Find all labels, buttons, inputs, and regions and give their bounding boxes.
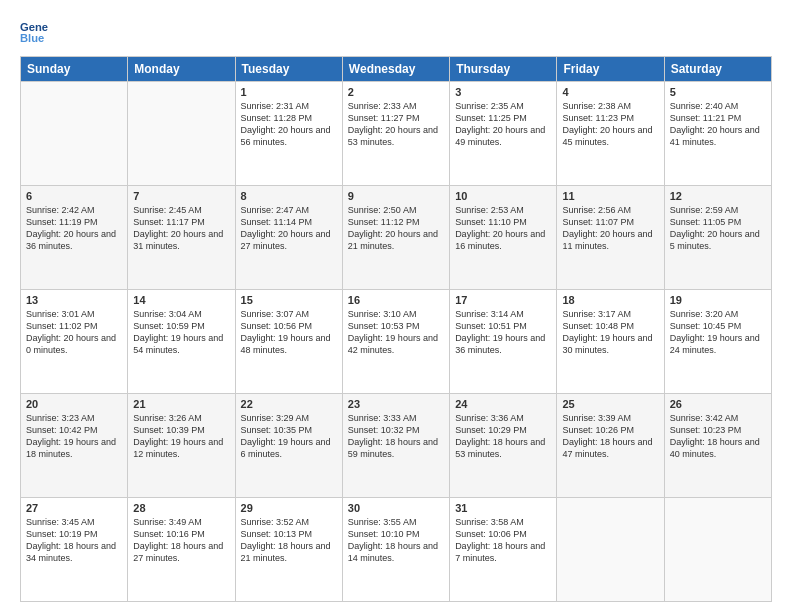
cell-info: Sunrise: 2:53 AMSunset: 11:10 PMDaylight… bbox=[455, 205, 545, 251]
day-number: 21 bbox=[133, 398, 229, 410]
cell-info: Sunrise: 3:29 AMSunset: 10:35 PMDaylight… bbox=[241, 413, 331, 459]
table-row: 9 Sunrise: 2:50 AMSunset: 11:12 PMDaylig… bbox=[342, 186, 449, 290]
day-number: 27 bbox=[26, 502, 122, 514]
cell-info: Sunrise: 3:23 AMSunset: 10:42 PMDaylight… bbox=[26, 413, 116, 459]
day-number: 20 bbox=[26, 398, 122, 410]
cell-info: Sunrise: 2:45 AMSunset: 11:17 PMDaylight… bbox=[133, 205, 223, 251]
table-row: 24 Sunrise: 3:36 AMSunset: 10:29 PMDayli… bbox=[450, 394, 557, 498]
day-number: 31 bbox=[455, 502, 551, 514]
table-row: 11 Sunrise: 2:56 AMSunset: 11:07 PMDayli… bbox=[557, 186, 664, 290]
table-row: 6 Sunrise: 2:42 AMSunset: 11:19 PMDaylig… bbox=[21, 186, 128, 290]
cell-info: Sunrise: 3:39 AMSunset: 10:26 PMDaylight… bbox=[562, 413, 652, 459]
cell-info: Sunrise: 2:47 AMSunset: 11:14 PMDaylight… bbox=[241, 205, 331, 251]
table-row: 7 Sunrise: 2:45 AMSunset: 11:17 PMDaylig… bbox=[128, 186, 235, 290]
cell-info: Sunrise: 3:17 AMSunset: 10:48 PMDaylight… bbox=[562, 309, 652, 355]
table-row: 28 Sunrise: 3:49 AMSunset: 10:16 PMDayli… bbox=[128, 498, 235, 602]
cell-info: Sunrise: 2:40 AMSunset: 11:21 PMDaylight… bbox=[670, 101, 760, 147]
table-row: 26 Sunrise: 3:42 AMSunset: 10:23 PMDayli… bbox=[664, 394, 771, 498]
cell-info: Sunrise: 3:07 AMSunset: 10:56 PMDaylight… bbox=[241, 309, 331, 355]
table-row: 30 Sunrise: 3:55 AMSunset: 10:10 PMDayli… bbox=[342, 498, 449, 602]
table-row: 23 Sunrise: 3:33 AMSunset: 10:32 PMDayli… bbox=[342, 394, 449, 498]
svg-text:Blue: Blue bbox=[20, 32, 44, 44]
table-row: 3 Sunrise: 2:35 AMSunset: 11:25 PMDaylig… bbox=[450, 82, 557, 186]
day-number: 22 bbox=[241, 398, 337, 410]
cell-info: Sunrise: 3:04 AMSunset: 10:59 PMDaylight… bbox=[133, 309, 223, 355]
table-row: 5 Sunrise: 2:40 AMSunset: 11:21 PMDaylig… bbox=[664, 82, 771, 186]
table-row: 1 Sunrise: 2:31 AMSunset: 11:28 PMDaylig… bbox=[235, 82, 342, 186]
cell-info: Sunrise: 3:45 AMSunset: 10:19 PMDaylight… bbox=[26, 517, 116, 563]
day-number: 10 bbox=[455, 190, 551, 202]
table-row: 19 Sunrise: 3:20 AMSunset: 10:45 PMDayli… bbox=[664, 290, 771, 394]
col-wednesday: Wednesday bbox=[342, 57, 449, 82]
day-number: 12 bbox=[670, 190, 766, 202]
col-tuesday: Tuesday bbox=[235, 57, 342, 82]
col-monday: Monday bbox=[128, 57, 235, 82]
cell-info: Sunrise: 3:14 AMSunset: 10:51 PMDaylight… bbox=[455, 309, 545, 355]
table-row: 29 Sunrise: 3:52 AMSunset: 10:13 PMDayli… bbox=[235, 498, 342, 602]
col-saturday: Saturday bbox=[664, 57, 771, 82]
cell-info: Sunrise: 2:59 AMSunset: 11:05 PMDaylight… bbox=[670, 205, 760, 251]
table-row bbox=[128, 82, 235, 186]
col-friday: Friday bbox=[557, 57, 664, 82]
day-number: 26 bbox=[670, 398, 766, 410]
day-number: 23 bbox=[348, 398, 444, 410]
day-number: 5 bbox=[670, 86, 766, 98]
cell-info: Sunrise: 2:56 AMSunset: 11:07 PMDaylight… bbox=[562, 205, 652, 251]
day-number: 11 bbox=[562, 190, 658, 202]
page-header: General Blue bbox=[20, 18, 772, 46]
table-row: 14 Sunrise: 3:04 AMSunset: 10:59 PMDayli… bbox=[128, 290, 235, 394]
table-row bbox=[21, 82, 128, 186]
table-row: 13 Sunrise: 3:01 AMSunset: 11:02 PMDayli… bbox=[21, 290, 128, 394]
cell-info: Sunrise: 3:58 AMSunset: 10:06 PMDaylight… bbox=[455, 517, 545, 563]
table-row bbox=[557, 498, 664, 602]
table-row: 27 Sunrise: 3:45 AMSunset: 10:19 PMDayli… bbox=[21, 498, 128, 602]
logo: General Blue bbox=[20, 18, 52, 46]
cell-info: Sunrise: 3:26 AMSunset: 10:39 PMDaylight… bbox=[133, 413, 223, 459]
col-sunday: Sunday bbox=[21, 57, 128, 82]
table-row: 15 Sunrise: 3:07 AMSunset: 10:56 PMDayli… bbox=[235, 290, 342, 394]
table-row: 25 Sunrise: 3:39 AMSunset: 10:26 PMDayli… bbox=[557, 394, 664, 498]
cell-info: Sunrise: 3:52 AMSunset: 10:13 PMDaylight… bbox=[241, 517, 331, 563]
table-row: 8 Sunrise: 2:47 AMSunset: 11:14 PMDaylig… bbox=[235, 186, 342, 290]
day-number: 15 bbox=[241, 294, 337, 306]
table-row: 18 Sunrise: 3:17 AMSunset: 10:48 PMDayli… bbox=[557, 290, 664, 394]
day-number: 1 bbox=[241, 86, 337, 98]
day-number: 30 bbox=[348, 502, 444, 514]
table-row: 12 Sunrise: 2:59 AMSunset: 11:05 PMDayli… bbox=[664, 186, 771, 290]
cell-info: Sunrise: 2:31 AMSunset: 11:28 PMDaylight… bbox=[241, 101, 331, 147]
table-row: 16 Sunrise: 3:10 AMSunset: 10:53 PMDayli… bbox=[342, 290, 449, 394]
day-number: 6 bbox=[26, 190, 122, 202]
cell-info: Sunrise: 3:33 AMSunset: 10:32 PMDaylight… bbox=[348, 413, 438, 459]
cell-info: Sunrise: 3:01 AMSunset: 11:02 PMDaylight… bbox=[26, 309, 116, 355]
day-number: 7 bbox=[133, 190, 229, 202]
cell-info: Sunrise: 3:20 AMSunset: 10:45 PMDaylight… bbox=[670, 309, 760, 355]
day-number: 3 bbox=[455, 86, 551, 98]
table-row: 21 Sunrise: 3:26 AMSunset: 10:39 PMDayli… bbox=[128, 394, 235, 498]
table-row: 31 Sunrise: 3:58 AMSunset: 10:06 PMDayli… bbox=[450, 498, 557, 602]
day-number: 2 bbox=[348, 86, 444, 98]
cell-info: Sunrise: 3:42 AMSunset: 10:23 PMDaylight… bbox=[670, 413, 760, 459]
table-row bbox=[664, 498, 771, 602]
day-number: 14 bbox=[133, 294, 229, 306]
day-number: 24 bbox=[455, 398, 551, 410]
logo-icon: General Blue bbox=[20, 18, 48, 46]
col-thursday: Thursday bbox=[450, 57, 557, 82]
calendar-header-row: Sunday Monday Tuesday Wednesday Thursday… bbox=[21, 57, 772, 82]
table-row: 22 Sunrise: 3:29 AMSunset: 10:35 PMDayli… bbox=[235, 394, 342, 498]
table-row: 20 Sunrise: 3:23 AMSunset: 10:42 PMDayli… bbox=[21, 394, 128, 498]
calendar-table: Sunday Monday Tuesday Wednesday Thursday… bbox=[20, 56, 772, 602]
cell-info: Sunrise: 2:42 AMSunset: 11:19 PMDaylight… bbox=[26, 205, 116, 251]
table-row: 17 Sunrise: 3:14 AMSunset: 10:51 PMDayli… bbox=[450, 290, 557, 394]
day-number: 4 bbox=[562, 86, 658, 98]
cell-info: Sunrise: 2:33 AMSunset: 11:27 PMDaylight… bbox=[348, 101, 438, 147]
table-row: 4 Sunrise: 2:38 AMSunset: 11:23 PMDaylig… bbox=[557, 82, 664, 186]
day-number: 18 bbox=[562, 294, 658, 306]
day-number: 16 bbox=[348, 294, 444, 306]
cell-info: Sunrise: 3:55 AMSunset: 10:10 PMDaylight… bbox=[348, 517, 438, 563]
cell-info: Sunrise: 2:50 AMSunset: 11:12 PMDaylight… bbox=[348, 205, 438, 251]
table-row: 2 Sunrise: 2:33 AMSunset: 11:27 PMDaylig… bbox=[342, 82, 449, 186]
day-number: 25 bbox=[562, 398, 658, 410]
cell-info: Sunrise: 2:35 AMSunset: 11:25 PMDaylight… bbox=[455, 101, 545, 147]
cell-info: Sunrise: 3:49 AMSunset: 10:16 PMDaylight… bbox=[133, 517, 223, 563]
cell-info: Sunrise: 3:10 AMSunset: 10:53 PMDaylight… bbox=[348, 309, 438, 355]
